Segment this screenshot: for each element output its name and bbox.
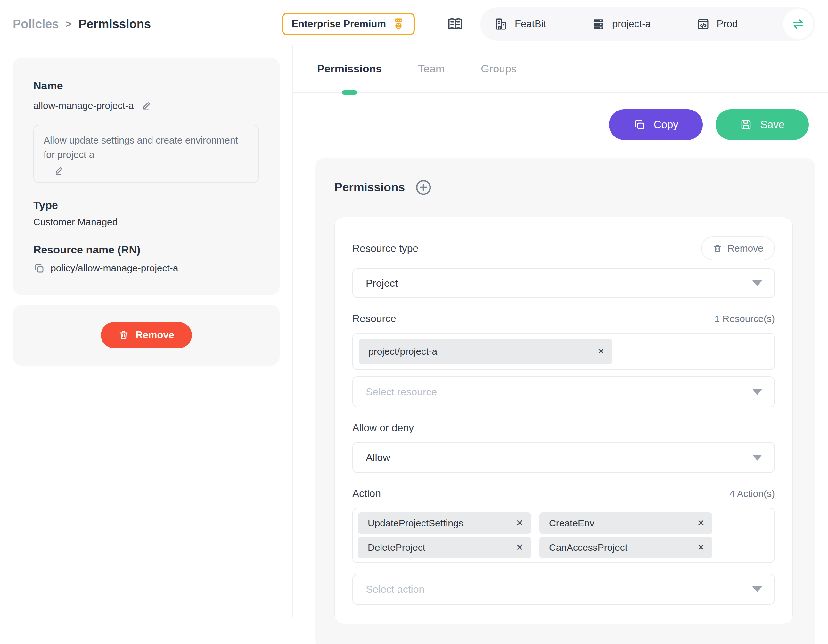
copy-button[interactable]: Copy bbox=[609, 109, 703, 140]
remove-statement-label: Remove bbox=[728, 243, 763, 254]
save-button[interactable]: Save bbox=[715, 109, 809, 140]
remove-action-tag-icon[interactable]: ✕ bbox=[696, 517, 706, 529]
copy-icon bbox=[633, 119, 645, 131]
remove-statement-button[interactable]: Remove bbox=[701, 236, 775, 260]
tab-permissions[interactable]: Permissions bbox=[317, 46, 382, 92]
tab-team-label: Team bbox=[418, 63, 445, 75]
remove-policy-label: Remove bbox=[135, 329, 174, 341]
select-resource-placeholder: Select resource bbox=[366, 386, 437, 398]
action-tag: CreateEnv ✕ bbox=[539, 512, 712, 534]
project-selector[interactable]: project-a bbox=[591, 17, 651, 31]
policy-rn: policy/allow-manage-project-a bbox=[50, 263, 179, 273]
name-label: Name bbox=[33, 80, 259, 92]
edit-description-icon[interactable] bbox=[55, 165, 65, 176]
chevron-down-icon bbox=[753, 389, 762, 395]
tab-team[interactable]: Team bbox=[418, 46, 445, 92]
action-tag-label: DeleteProject bbox=[368, 542, 425, 553]
selected-resources-box: project/project-a ✕ bbox=[352, 333, 775, 370]
tab-permissions-label: Permissions bbox=[317, 63, 382, 75]
resource-type-value: Project bbox=[366, 278, 398, 289]
breadcrumb: Policies > Permissions bbox=[13, 17, 151, 31]
page-title: Permissions bbox=[78, 17, 151, 31]
chevron-down-icon bbox=[753, 586, 762, 592]
action-tag: DeleteProject ✕ bbox=[358, 537, 531, 558]
remove-policy-button[interactable]: Remove bbox=[101, 322, 192, 348]
save-button-label: Save bbox=[761, 119, 784, 131]
chevron-down-icon bbox=[753, 280, 762, 286]
policy-type: Customer Managed bbox=[33, 217, 259, 228]
add-permission-icon[interactable] bbox=[414, 179, 433, 196]
swap-arrows-icon bbox=[791, 17, 806, 31]
select-action-placeholder: Select action bbox=[366, 583, 424, 595]
resource-type-label: Resource type bbox=[352, 242, 418, 254]
project-stack-icon bbox=[591, 17, 605, 31]
action-tag: UpdateProjectSettings ✕ bbox=[358, 512, 531, 534]
permissions-panel: Permissions Resource type Remove bbox=[315, 158, 815, 644]
tab-bar: Permissions Team Groups bbox=[293, 46, 828, 93]
breadcrumb-separator: > bbox=[66, 19, 72, 30]
copy-button-label: Copy bbox=[654, 119, 678, 131]
breadcrumb-policies[interactable]: Policies bbox=[13, 17, 59, 31]
permission-statement-card: Resource type Remove Project bbox=[334, 217, 793, 624]
plan-badge-label: Enterprise Premium bbox=[292, 18, 386, 30]
resource-label: Resource bbox=[352, 313, 396, 325]
medal-icon bbox=[392, 17, 405, 31]
action-tag-label: UpdateProjectSettings bbox=[368, 518, 464, 529]
action-tag-label: CanAccessProject bbox=[549, 542, 627, 553]
switch-context-button[interactable] bbox=[783, 9, 813, 39]
copy-rn-icon[interactable] bbox=[33, 262, 45, 274]
trash-icon bbox=[713, 243, 722, 253]
effect-select[interactable]: Allow bbox=[352, 442, 775, 473]
tab-groups[interactable]: Groups bbox=[481, 46, 517, 92]
remove-resource-tag-icon[interactable]: ✕ bbox=[596, 346, 606, 357]
tab-groups-label: Groups bbox=[481, 63, 517, 75]
selected-actions-box: UpdateProjectSettings ✕ CreateEnv ✕ Dele… bbox=[352, 508, 775, 563]
effect-label: Allow or deny bbox=[352, 422, 414, 434]
environment-code-icon bbox=[696, 17, 710, 31]
save-floppy-icon bbox=[740, 119, 752, 131]
environment-name: Prod bbox=[717, 18, 738, 30]
rn-label: Resource name (RN) bbox=[33, 243, 259, 256]
chevron-down-icon bbox=[753, 455, 762, 461]
active-tab-indicator bbox=[342, 90, 357, 94]
effect-value: Allow bbox=[366, 452, 390, 463]
permissions-panel-title: Permissions bbox=[334, 181, 405, 194]
action-label: Action bbox=[352, 488, 381, 499]
policy-details-card: Name allow-manage-project-a Allow update… bbox=[13, 58, 280, 295]
resource-count: 1 Resource(s) bbox=[715, 313, 775, 324]
top-header: Policies > Permissions Enterprise Premiu… bbox=[0, 3, 828, 45]
policy-sidebar: Name allow-manage-project-a Allow update… bbox=[0, 46, 293, 617]
policy-description-box: Allow update settings and create environ… bbox=[33, 125, 259, 183]
resource-type-select[interactable]: Project bbox=[352, 269, 775, 298]
environment-selector[interactable]: Prod bbox=[696, 17, 738, 31]
select-resource-dropdown[interactable]: Select resource bbox=[352, 377, 775, 407]
context-switcher: FeatBit project-a Prod bbox=[480, 7, 815, 41]
organization-icon bbox=[494, 17, 508, 31]
select-action-dropdown[interactable]: Select action bbox=[352, 574, 775, 605]
resource-tag-label: project/project-a bbox=[369, 346, 437, 357]
type-label: Type bbox=[33, 199, 259, 212]
remove-action-tag-icon[interactable]: ✕ bbox=[696, 542, 706, 553]
action-tag-label: CreateEnv bbox=[549, 518, 594, 529]
remove-policy-card: Remove bbox=[13, 305, 280, 366]
remove-action-tag-icon[interactable]: ✕ bbox=[515, 517, 525, 529]
action-tag: CanAccessProject ✕ bbox=[539, 537, 712, 558]
policy-description: Allow update settings and create environ… bbox=[44, 133, 249, 162]
project-name: project-a bbox=[612, 18, 651, 30]
plan-badge[interactable]: Enterprise Premium bbox=[282, 13, 415, 35]
org-selector[interactable]: FeatBit bbox=[494, 17, 546, 31]
edit-name-icon[interactable] bbox=[142, 100, 153, 111]
policy-main: Permissions Team Groups Copy bbox=[293, 46, 828, 617]
resource-tag: project/project-a ✕ bbox=[359, 339, 612, 364]
trash-icon bbox=[118, 330, 129, 341]
docs-book-icon[interactable] bbox=[447, 16, 464, 32]
org-name: FeatBit bbox=[515, 18, 546, 30]
action-count: 4 Action(s) bbox=[729, 488, 775, 499]
remove-action-tag-icon[interactable]: ✕ bbox=[515, 542, 525, 553]
policy-name: allow-manage-project-a bbox=[33, 100, 133, 111]
toolbar: Copy Save bbox=[293, 109, 828, 140]
